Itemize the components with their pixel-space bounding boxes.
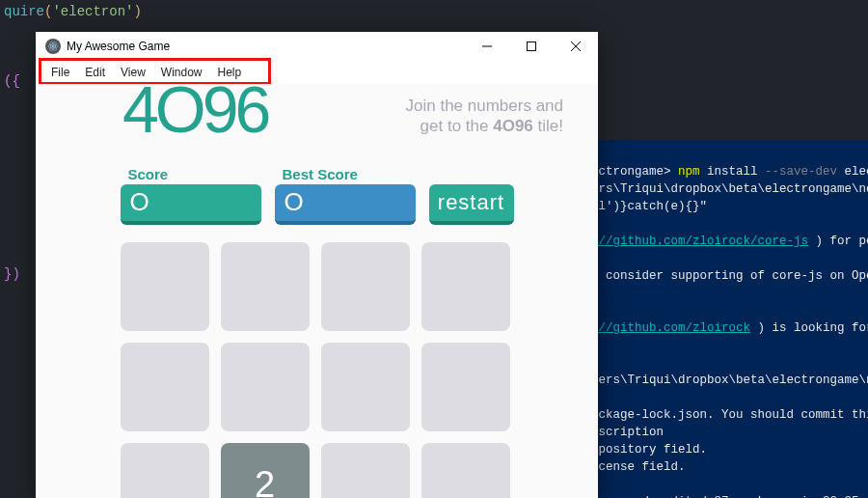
tagline-bold: 4O96 <box>493 117 533 135</box>
menu-file[interactable]: File <box>43 64 77 81</box>
code-token: ) <box>133 4 141 19</box>
score-row: Score O Best Score O restart <box>121 166 514 225</box>
grid-cell <box>221 242 310 331</box>
grid-cell <box>321 242 410 331</box>
terminal-panel[interactable]: ectrongame> npm install --save-dev elect… <box>585 140 868 498</box>
best-score-value-box: O <box>275 184 416 225</box>
terminal-text: ://github.com/zloirock <box>591 321 750 335</box>
minimize-button[interactable] <box>465 32 509 60</box>
terminal-text: --save-dev <box>765 165 845 179</box>
game-area: 4O96 Join the numbers and get to the 4O9… <box>36 84 598 498</box>
grid-cell <box>121 343 209 431</box>
terminal-text: escription <box>591 426 664 439</box>
grid-cell <box>221 343 310 431</box>
grid-cell <box>321 343 410 431</box>
best-score-label: Best Score <box>283 166 416 182</box>
editor-line: quire('electron') <box>4 2 868 21</box>
tagline-line: get to the <box>420 117 494 135</box>
terminal-text: elect <box>845 165 868 179</box>
best-score-group: Best Score O <box>275 166 416 225</box>
terminal-text: ll')}catch(e){}" <box>591 200 707 213</box>
app-icon <box>45 39 61 54</box>
terminal-text: ackage-lock.json. You should commit this <box>591 408 868 422</box>
menubar: File Edit View Window Help <box>36 61 598 84</box>
terminal-text: ://github.com/zloirock/core-js <box>591 235 808 248</box>
window-title: My Awesome Game <box>67 40 465 53</box>
menu-view[interactable]: View <box>113 64 153 81</box>
terminal-text: npm <box>678 165 707 179</box>
grid-cell <box>121 242 209 331</box>
menu-edit[interactable]: Edit <box>77 64 113 81</box>
grid-cell <box>121 443 209 499</box>
grid-cell <box>421 443 510 499</box>
menu-help[interactable]: Help <box>210 64 250 81</box>
window-controls <box>465 32 598 60</box>
tagline-line: tile! <box>533 117 563 135</box>
menubar-container: File Edit View Window Help <box>36 61 598 84</box>
terminal-text: install <box>707 165 765 179</box>
svg-point-0 <box>52 45 54 47</box>
terminal-text: e consider supporting of core-js on Open <box>591 269 868 283</box>
best-score-value: O <box>285 187 304 217</box>
code-token: quire <box>4 4 44 19</box>
svg-rect-5 <box>528 42 536 50</box>
maximize-button[interactable] <box>509 32 554 60</box>
app-window: My Awesome Game File Edit View Window He… <box>36 32 598 498</box>
score-value-box: O <box>121 184 261 225</box>
code-token: }) <box>4 266 20 282</box>
grid-tile-2: 2 <box>221 443 310 499</box>
menu-window[interactable]: Window <box>153 64 210 81</box>
grid-cell <box>421 242 510 331</box>
terminal-text: ) is looking for <box>750 321 868 335</box>
terminal-text: epository field. <box>591 443 707 456</box>
game-grid[interactable]: 2 <box>121 242 514 499</box>
code-token: ({ <box>4 73 20 89</box>
desktop-root: quire('electron') ({ }) ectrongame> npm … <box>0 0 868 498</box>
terminal-text: sers\Triqui\dropbox\beta\electrongame\no <box>591 374 868 387</box>
terminal-text: icense field. <box>591 460 686 474</box>
close-button[interactable] <box>554 32 598 60</box>
grid-cell <box>321 443 410 499</box>
code-token: 'electron' <box>52 4 133 19</box>
grid-cell <box>421 343 510 431</box>
restart-button[interactable]: restart <box>429 184 514 225</box>
game-header: 4O96 Join the numbers and get to the 4O9… <box>36 84 598 137</box>
titlebar: My Awesome Game <box>36 32 598 61</box>
tagline-line: Join the numbers and <box>406 97 564 115</box>
tile-value: 2 <box>255 464 275 499</box>
game-logo: 4O96 <box>122 84 267 135</box>
game-tagline: Join the numbers and get to the 4O96 til… <box>406 96 564 137</box>
score-value: O <box>130 187 149 217</box>
terminal-text: ectrongame> <box>591 165 678 179</box>
terminal-text: ) for po <box>808 235 868 248</box>
terminal-text: ers\Triqui\dropbox\beta\electrongame\nod… <box>591 182 868 196</box>
score-group: Score O <box>121 166 261 225</box>
score-label: Score <box>128 166 261 182</box>
